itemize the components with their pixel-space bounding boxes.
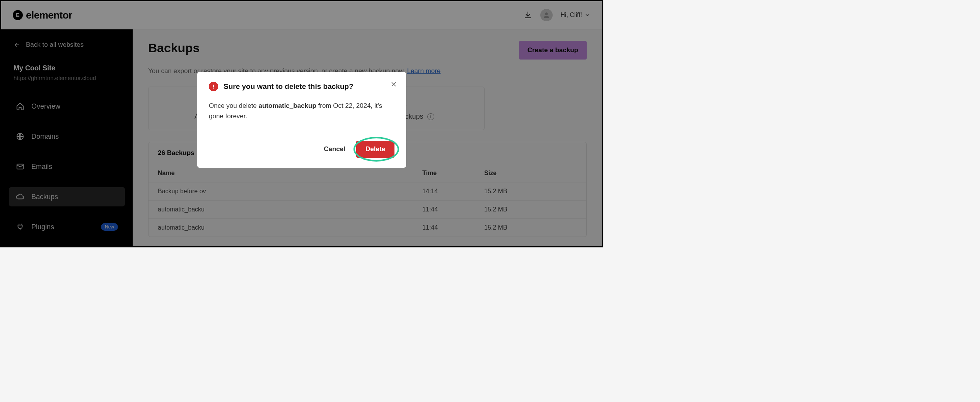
close-icon[interactable] <box>390 80 398 88</box>
cancel-button[interactable]: Cancel <box>318 141 352 158</box>
modal-body: Once you delete automatic_backup from Oc… <box>209 100 394 121</box>
delete-button[interactable]: Delete <box>356 141 394 158</box>
modal-title: Sure you want to delete this backup? <box>224 82 353 91</box>
delete-confirm-modal: ! Sure you want to delete this backup? O… <box>197 72 406 168</box>
warning-icon: ! <box>209 82 218 91</box>
modal-overlay: ! Sure you want to delete this backup? O… <box>1 1 602 246</box>
